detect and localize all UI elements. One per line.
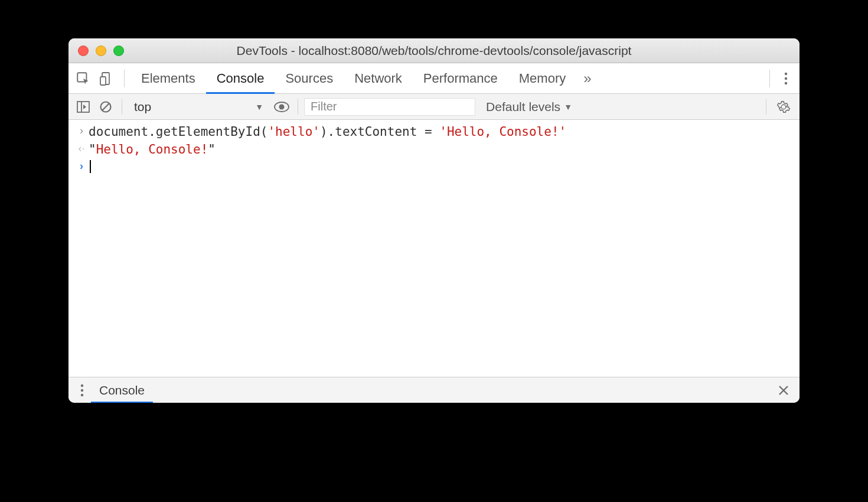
svg-point-5 (785, 82, 787, 84)
minimize-window-button[interactable] (96, 45, 106, 56)
inspect-element-icon[interactable] (76, 71, 91, 86)
svg-point-3 (785, 72, 787, 74)
devtools-window: DevTools - localhost:8080/web/tools/chro… (68, 38, 800, 403)
context-selector[interactable]: top ▼ (128, 100, 269, 114)
console-return-line: ‹· "Hello, Console!" (68, 141, 800, 159)
svg-point-11 (279, 104, 285, 109)
main-tabs: Elements Console Sources Network Perform… (68, 63, 800, 94)
toggle-sidebar-icon[interactable] (73, 97, 93, 117)
separator (766, 99, 766, 115)
svg-point-13 (81, 384, 83, 386)
tab-memory[interactable]: Memory (508, 63, 576, 94)
window-title: DevTools - localhost:8080/web/tools/chro… (68, 44, 800, 58)
live-expression-icon[interactable] (272, 97, 292, 117)
console-output[interactable]: › document.getElementById('hello').textC… (68, 120, 800, 377)
console-return-value: "Hello, Console!" (89, 142, 216, 157)
separator (298, 99, 298, 115)
clear-console-icon[interactable] (96, 97, 116, 117)
close-window-button[interactable] (78, 45, 89, 56)
overflow-tabs-button[interactable]: » (576, 70, 598, 87)
filter-placeholder: Filter (311, 100, 337, 113)
text-caret (90, 160, 91, 173)
separator (122, 99, 122, 115)
zoom-window-button[interactable] (113, 45, 124, 56)
tab-network[interactable]: Network (344, 63, 413, 94)
svg-rect-2 (100, 77, 106, 85)
log-levels-selector[interactable]: Default levels ▼ (478, 100, 580, 114)
log-levels-label: Default levels (486, 100, 560, 114)
console-settings-icon[interactable] (772, 100, 795, 113)
drawer: Console (68, 377, 800, 403)
svg-point-4 (785, 77, 787, 79)
separator (124, 70, 125, 87)
titlebar: DevTools - localhost:8080/web/tools/chro… (68, 38, 800, 63)
console-prompt-line[interactable]: › (68, 159, 800, 177)
tab-performance[interactable]: Performance (413, 63, 508, 94)
window-controls (78, 45, 124, 56)
svg-point-12 (782, 105, 785, 109)
tab-sources[interactable]: Sources (275, 63, 344, 94)
filter-input[interactable]: Filter (304, 98, 475, 116)
console-input-line: › document.getElementById('hello').textC… (68, 123, 800, 141)
drawer-menu-button[interactable] (73, 384, 91, 397)
tab-console[interactable]: Console (206, 63, 275, 94)
input-chevron-icon: › (74, 125, 89, 137)
toggle-device-toolbar-icon[interactable] (99, 71, 113, 86)
console-toolbar: top ▼ Filter Default levels ▼ (68, 94, 800, 120)
separator (769, 70, 770, 87)
output-chevron-icon: ‹· (74, 142, 89, 155)
chevron-down-icon: ▼ (564, 102, 572, 112)
close-drawer-button[interactable] (772, 385, 795, 396)
svg-point-14 (81, 389, 83, 391)
main-menu-button[interactable] (776, 72, 796, 85)
console-input-code: document.getElementById('hello').textCon… (89, 125, 566, 139)
svg-point-15 (81, 393, 83, 396)
drawer-tab-console[interactable]: Console (91, 377, 153, 403)
tab-elements[interactable]: Elements (130, 63, 206, 94)
context-label: top (134, 100, 151, 114)
prompt-chevron-icon: › (74, 160, 89, 172)
chevron-down-icon: ▼ (255, 102, 263, 112)
svg-line-9 (102, 103, 109, 110)
